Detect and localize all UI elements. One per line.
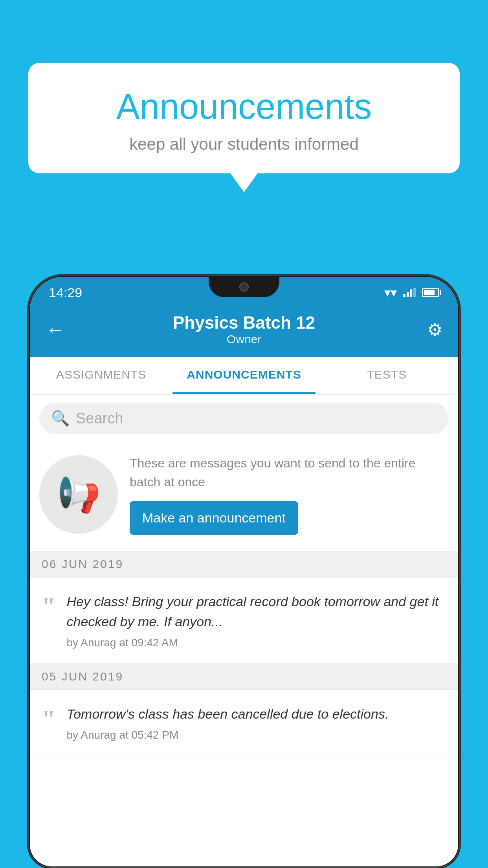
status-icons: ▾▾ — [384, 285, 439, 300]
announcement-cta-section: 📢 These are messages you want to send to… — [30, 442, 458, 551]
battery-icon — [422, 288, 439, 297]
back-button[interactable]: ← — [46, 318, 69, 341]
batch-name: Physics Batch 12 — [69, 313, 419, 333]
phone-screen: 14:29 ▾▾ ← Physics Batch 12 Owner — [30, 277, 458, 866]
announcement-content-2: Tomorrow's class has been cancelled due … — [67, 704, 446, 741]
batch-role: Owner — [69, 333, 419, 346]
announcement-content-1: Hey class! Bring your practical record b… — [67, 592, 446, 649]
speech-bubble: Announcements keep all your students inf… — [28, 63, 460, 173]
speech-bubble-section: Announcements keep all your students inf… — [28, 63, 460, 173]
cta-description: These are messages you want to send to t… — [130, 454, 449, 491]
date-separator-1: 06 JUN 2019 — [30, 551, 458, 577]
megaphone-icon: 📢 — [57, 474, 101, 515]
announcement-meta-1: by Anurag at 09:42 AM — [67, 636, 446, 649]
quote-icon-2: " — [42, 706, 56, 732]
header-title-group: Physics Batch 12 Owner — [69, 313, 419, 346]
tab-bar: ASSIGNMENTS ANNOUNCEMENTS TESTS — [30, 357, 458, 395]
signal-icon — [403, 288, 416, 297]
content-area: 🔍 Search 📢 These are messages you want t… — [30, 403, 458, 756]
date-separator-2: 05 JUN 2019 — [30, 664, 458, 690]
cta-right: These are messages you want to send to t… — [130, 454, 449, 535]
announcement-item-1[interactable]: " Hey class! Bring your practical record… — [30, 577, 458, 664]
announcement-item-2[interactable]: " Tomorrow's class has been cancelled du… — [30, 690, 458, 756]
megaphone-circle: 📢 — [39, 455, 118, 534]
settings-button[interactable]: ⚙ — [419, 320, 442, 340]
tab-assignments[interactable]: ASSIGNMENTS — [30, 357, 172, 394]
app-header: ← Physics Batch 12 Owner ⚙ — [30, 305, 458, 357]
tab-announcements[interactable]: ANNOUNCEMENTS — [172, 357, 315, 394]
announcements-heading: Announcements — [52, 86, 436, 127]
tab-tests[interactable]: TESTS — [316, 357, 458, 394]
announcement-meta-2: by Anurag at 05:42 PM — [67, 729, 446, 741]
announcement-text-1: Hey class! Bring your practical record b… — [67, 592, 446, 632]
quote-icon-1: " — [42, 594, 56, 619]
wifi-icon: ▾▾ — [384, 285, 397, 300]
phone-device: 14:29 ▾▾ ← Physics Batch 12 Owner — [28, 275, 460, 868]
search-icon: 🔍 — [51, 410, 70, 427]
front-camera — [239, 282, 249, 292]
search-bar[interactable]: 🔍 Search — [39, 403, 449, 434]
phone-notch — [209, 277, 279, 297]
search-placeholder: Search — [76, 410, 123, 427]
make-announcement-button[interactable]: Make an announcement — [130, 501, 298, 535]
announcement-text-2: Tomorrow's class has been cancelled due … — [67, 704, 446, 724]
status-time: 14:29 — [49, 285, 82, 300]
announcements-subtitle: keep all your students informed — [52, 135, 436, 154]
